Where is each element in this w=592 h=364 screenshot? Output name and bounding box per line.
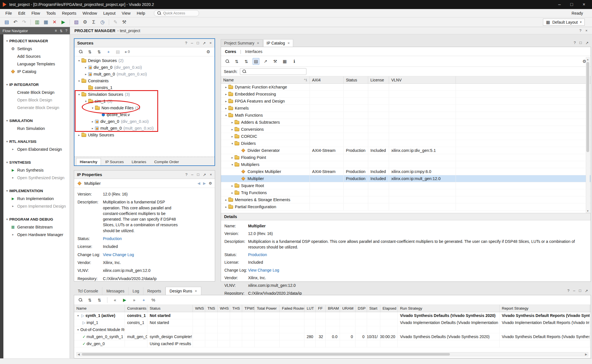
source-item-constraints[interactable]: ▾Constraints xyxy=(74,77,215,84)
tab-log[interactable]: Log xyxy=(129,287,143,295)
minimize-icon[interactable]: – xyxy=(191,41,193,45)
chevron-right-icon[interactable]: ▸ xyxy=(230,121,235,124)
column-header-total-power[interactable]: Total Power xyxy=(255,305,280,312)
close-icon[interactable]: × xyxy=(288,41,290,45)
tab-hierarchy[interactable]: Hierarchy xyxy=(76,158,101,165)
tab-reports[interactable]: Reports xyxy=(143,287,165,295)
edit-button[interactable]: ✎ xyxy=(112,19,119,26)
tab-ip-sources[interactable]: IP Sources xyxy=(101,158,127,165)
help-icon[interactable]: ? xyxy=(574,41,576,45)
reset-runs-button[interactable]: « xyxy=(112,297,118,303)
float-icon[interactable]: ↗ xyxy=(203,41,206,45)
catalog-item-complex-multiplier[interactable]: Complex MultiplierAXI4-StreamProductionI… xyxy=(221,168,591,175)
expand-all-button[interactable]: ⇄ xyxy=(96,48,103,55)
flow-item-run-simulation[interactable]: Run Simulation xyxy=(3,125,70,132)
report-utilization-button[interactable]: Σ xyxy=(90,19,98,26)
source-item-mult-gen-0[interactable]: ▸mult_gen_0(mult_gen_0.xci) xyxy=(74,71,215,77)
menu-edit[interactable]: Edit xyxy=(15,10,28,17)
maximize-icon[interactable]: □ xyxy=(579,288,581,293)
column-header-name[interactable]: Name xyxy=(74,305,125,312)
flow-item-language-templates[interactable]: Language Templates xyxy=(3,60,70,68)
menu-tools[interactable]: Tools xyxy=(43,10,59,17)
layout-selector[interactable]: ▦ Default Layout ▾ xyxy=(543,19,585,26)
catalog-item-square-root[interactable]: ▸Square Root xyxy=(221,182,591,189)
catalog-item-multipliers[interactable]: ▾Multipliers xyxy=(221,161,591,168)
vertical-scrollbar[interactable]: ▲ ▼ xyxy=(586,57,590,213)
menu-file[interactable]: File xyxy=(2,10,15,17)
field-value[interactable]: Production xyxy=(248,252,587,258)
launch-runs-button[interactable]: ▶ xyxy=(121,297,128,303)
close-icon[interactable]: × xyxy=(257,41,259,45)
tab-messages[interactable]: Messages xyxy=(102,287,129,295)
column-header-status[interactable]: Status xyxy=(344,76,368,83)
flow-item-ip-catalog[interactable]: IP Catalog xyxy=(3,68,70,75)
catalog-item-divider-generator[interactable]: Divider GeneratorAXI4-StreamProductionIn… xyxy=(221,147,591,154)
chevron-right-icon[interactable]: ▸ xyxy=(83,72,88,76)
flow-item-open-implemented-design[interactable]: ▸Open Implemented Design xyxy=(3,202,70,210)
skip-runs-button[interactable]: » xyxy=(131,297,138,303)
chevron-right-icon[interactable]: ▸ xyxy=(224,198,228,201)
catalog-item-conversions[interactable]: ▸Conversions xyxy=(221,126,591,133)
tab-project-summary[interactable]: Project Summary× xyxy=(221,39,263,47)
field-value[interactable]: View Change Log xyxy=(103,252,180,258)
run-button[interactable]: ▶ xyxy=(59,19,67,26)
menu-layout[interactable]: Layout xyxy=(100,10,119,17)
tab-compile-order[interactable]: Compile Order xyxy=(151,158,183,165)
chevron-right-icon[interactable]: ▸ xyxy=(83,66,88,69)
chevron-down-icon[interactable]: ▾ xyxy=(83,99,88,103)
column-header-tns[interactable]: TNS xyxy=(205,305,218,312)
collapse-all-button[interactable]: ⇄ xyxy=(87,48,93,55)
horizontal-scrollbar[interactable]: ◀ ▶ xyxy=(76,352,588,356)
chevron-down-icon[interactable]: ▾ xyxy=(224,114,228,117)
chevron-down-icon[interactable]: ▾ xyxy=(77,79,81,83)
catalog-item-dynamic-function-exchange[interactable]: ▸Dynamic Function eXchange xyxy=(221,84,591,91)
open-report-button[interactable]: ▦ xyxy=(42,19,50,26)
chevron-down-icon[interactable]: ▾ xyxy=(76,314,80,317)
catalog-item-memories-storage-elements[interactable]: ▸Memories & Storage Elements xyxy=(221,196,591,203)
tab-libraries[interactable]: Libraries xyxy=(128,158,150,165)
ip-settings-grid-button[interactable]: ▦ xyxy=(281,58,288,65)
column-header-dsp[interactable]: DSP xyxy=(355,305,367,312)
customize-ip-button[interactable]: ⚒ xyxy=(272,58,279,65)
cancel-button[interactable]: ✕ xyxy=(51,19,58,26)
chevron-right-icon[interactable]: ▸ xyxy=(90,126,95,130)
float-icon[interactable]: ↗ xyxy=(203,172,206,177)
column-header-failed-routes[interactable]: Failed Routes xyxy=(280,305,304,312)
column-header-whs[interactable]: WHS xyxy=(218,305,230,312)
source-item-simulation-sources[interactable]: ▾Simulation Sources(3) xyxy=(74,91,215,98)
scrollbar-thumb[interactable] xyxy=(586,62,589,152)
ip-catalog-searchbox[interactable] xyxy=(240,68,306,75)
catalog-item-floating-point[interactable]: ▸Floating Point xyxy=(221,154,591,161)
menu-view[interactable]: View xyxy=(119,10,134,17)
menu-window[interactable]: Window xyxy=(79,10,100,17)
close-icon[interactable]: × xyxy=(195,289,197,293)
flow-item-run-synthesis[interactable]: ▶Run Synthesis xyxy=(3,166,70,174)
flow-item-open-hardware-manager[interactable]: ▸Open Hardware Manager xyxy=(3,231,70,238)
forward-button[interactable]: ▶ xyxy=(203,181,206,185)
column-header-start[interactable]: Start xyxy=(367,305,380,312)
search-button[interactable] xyxy=(77,48,84,55)
maximize-icon[interactable]: □ xyxy=(197,172,199,177)
column-header-bram[interactable]: BRAM xyxy=(326,305,340,312)
scroll-right-icon[interactable]: ▶ xyxy=(584,352,588,356)
chevron-right-icon[interactable]: ▸ xyxy=(224,106,228,110)
expand-all-button[interactable]: ⇄ xyxy=(96,297,103,303)
chevron-down-icon[interactable]: ▾ xyxy=(230,163,235,166)
percentage-toggle-button[interactable]: % xyxy=(150,297,157,303)
run-row-impl-1[interactable]: ▷impl_1constrs_1Not startedVivado Implem… xyxy=(74,319,591,326)
flow-section-header[interactable]: ▾SYNTHESIS xyxy=(3,159,70,166)
quick-access-search[interactable]: Quick Access xyxy=(154,10,199,16)
column-header-wns[interactable]: WNS xyxy=(193,305,205,312)
source-item-ipcore-test-v[interactable]: ipcore_test.v xyxy=(74,111,215,118)
flow-section-header[interactable]: ▾PROJECT MANAGER xyxy=(3,37,70,45)
run-row-mult-gen-0-synth-1[interactable]: ✓mult_gen_0_synth_1mult_gen_0synth_desig… xyxy=(74,333,591,340)
run-tcl-script-button[interactable]: ▥ xyxy=(33,19,41,26)
column-header-name[interactable]: Name^1 xyxy=(221,76,310,83)
chevron-right-icon[interactable]: ▸ xyxy=(224,85,228,89)
expand-all-button[interactable]: ⇄ xyxy=(243,58,250,65)
menu-flow[interactable]: Flow xyxy=(28,10,43,17)
subtab-interfaces[interactable]: Interfaces xyxy=(244,49,263,54)
column-header-run-strategy[interactable]: Run Strategy xyxy=(398,305,500,312)
column-header-elapsed[interactable]: Elapsed xyxy=(380,305,398,312)
chevron-right-icon[interactable]: ▸ xyxy=(77,133,81,137)
